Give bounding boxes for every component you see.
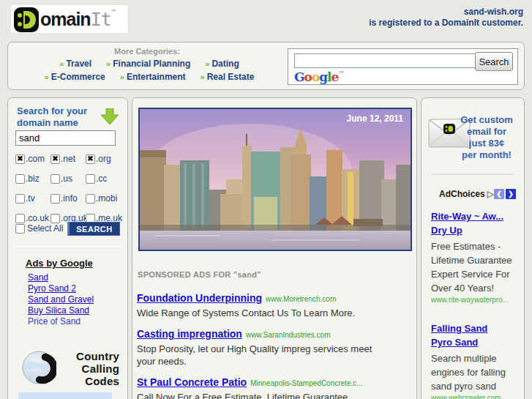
select-all-label: Select All: [27, 223, 63, 234]
tld-label: .cc: [96, 174, 107, 184]
green-bullet-icon: »: [205, 59, 209, 68]
green-bullet-icon: »: [59, 59, 64, 68]
next-ad-arrow-button[interactable]: ❯: [506, 189, 516, 199]
checkbox[interactable]: [86, 154, 95, 164]
category-label: Financial Planning: [113, 59, 190, 69]
checkbox[interactable]: [15, 154, 25, 164]
tld-label: .biz: [26, 174, 40, 184]
ad-description: Wide Range of Systems Contact Us To Lear…: [137, 307, 386, 319]
sidebar-divider: [432, 174, 514, 175]
green-bullet-icon: »: [120, 72, 124, 81]
categories-row-2: »E-Commerce »Entertainment »Real Estate: [8, 72, 291, 82]
checkbox[interactable]: [50, 154, 60, 164]
checkbox[interactable]: [86, 194, 95, 204]
ad-description: Search multiple engines for falling sand…: [431, 351, 520, 393]
registration-notice: sand-wish.org is registered to a DomainI…: [289, 7, 523, 29]
web-search-input[interactable]: [294, 53, 479, 68]
domain-name-input[interactable]: [15, 130, 116, 146]
tld-label: .co.uk: [26, 213, 49, 223]
ad-url: Minneapolis-StampedConcrete.c...: [250, 379, 362, 387]
main-content: June 12, 2011 SPONSORED ADS FOR "sand" F…: [132, 97, 417, 399]
checkbox[interactable]: [15, 214, 25, 223]
domain-search-sidebar: Search for your domain name .com .net .o…: [7, 97, 128, 399]
ad-title-link[interactable]: Pyro Sand: [431, 335, 522, 349]
google-ad-link-price-of-sand[interactable]: Price of Sand: [28, 316, 94, 327]
tld-checkbox-couk[interactable]: .co.uk: [15, 213, 50, 223]
sponsored-ad: Casting impregnationwww.SaranIndustries.…: [137, 327, 408, 368]
green-bullet-icon: »: [106, 59, 110, 68]
google-ad-link-buy-silica-sand[interactable]: Buy Silica Sand: [28, 305, 94, 316]
checkbox[interactable]: [50, 174, 60, 184]
domainit-logo-text: omainIt™: [40, 9, 116, 30]
checkbox[interactable]: [50, 194, 60, 204]
google-ad-link-sand-and-gravel[interactable]: Sand and Gravel: [28, 294, 94, 305]
logo-trademark: ™: [111, 9, 116, 14]
google-ad-link-pyro-sand-2[interactable]: Pyro Sand 2: [28, 283, 94, 294]
category-link-entertainment[interactable]: »Entertainment: [120, 72, 186, 82]
sponsored-ad: Foundation Underpinningwww.Moretrench.co…: [137, 291, 408, 319]
category-link-travel[interactable]: »Travel: [59, 59, 91, 69]
skyline-illustration: [140, 109, 411, 250]
adchoices-link[interactable]: AdChoices: [439, 189, 485, 199]
categories-bar: More Categories: »Travel »Financial Plan…: [7, 42, 525, 90]
google-logo: Google™: [294, 70, 343, 84]
ad-title-link[interactable]: Casting impregnation: [137, 328, 242, 340]
category-link-ecommerce[interactable]: »E-Commerce: [45, 72, 105, 82]
category-link-financial-planning[interactable]: »Financial Planning: [106, 59, 190, 69]
tld-label: .com: [26, 154, 45, 164]
ads-by-google-links: Sand Pyro Sand 2 Sand and Gravel Buy Sil…: [28, 272, 94, 327]
checkbox[interactable]: [15, 224, 25, 234]
tld-checkbox-tv[interactable]: .tv: [15, 193, 50, 204]
tld-label: .mobi: [96, 193, 117, 204]
category-link-real-estate[interactable]: »Real Estate: [201, 72, 255, 82]
ad-title-link[interactable]: Falling Sand: [431, 321, 522, 335]
domainit-logo: omainIt™: [10, 4, 129, 34]
cutoff-link-strip[interactable]: [18, 392, 112, 399]
tld-label: .tv: [26, 193, 35, 204]
ad-title-link[interactable]: Dry Up: [431, 223, 522, 237]
tld-checkbox-mobi[interactable]: .mobi: [86, 193, 124, 204]
domainit-logo-icon: [14, 7, 39, 32]
ad-title-link[interactable]: Rite-Way ~ Aw...: [431, 209, 522, 223]
google-ad-link-sand[interactable]: Sand: [28, 272, 94, 283]
tld-label: .us: [61, 174, 72, 184]
prev-ad-arrow-button[interactable]: ❮: [494, 189, 504, 199]
domain-search-button[interactable]: SEARCH: [67, 222, 120, 236]
tld-checkbox-biz[interactable]: .biz: [15, 174, 50, 184]
ad-title-link[interactable]: Foundation Underpinning: [137, 292, 262, 304]
checkbox[interactable]: [50, 214, 60, 223]
sponsored-ads-heading: SPONSORED ADS FOR "sand": [138, 270, 261, 279]
web-search-button[interactable]: Search: [475, 52, 513, 71]
category-label: Travel: [66, 59, 91, 69]
custom-email-promo[interactable]: Get custom email for just 83¢ per month!: [454, 114, 520, 161]
checkbox[interactable]: [86, 174, 95, 184]
tld-checkbox-us[interactable]: .us: [50, 174, 86, 184]
select-all-checkbox[interactable]: Select All: [15, 223, 63, 234]
ad-url: www.rite-waywaterpro...: [431, 296, 522, 304]
checkbox[interactable]: [15, 194, 25, 204]
country-calling-codes-text: Country Calling Codes: [59, 350, 119, 387]
tld-checkbox-cc[interactable]: .cc: [86, 174, 124, 184]
photo-date: June 12, 2011: [347, 113, 403, 124]
tld-checkbox-grid: .com .net .org .biz .us .cc .tv .info .m…: [15, 154, 125, 223]
right-ad: Rite-Way ~ Aw... Dry Up Free Estimates -…: [431, 209, 522, 304]
ad-title-link[interactable]: St Paul Concrete Patio: [137, 376, 247, 388]
categories-row-1: »Travel »Financial Planning »Dating: [8, 59, 291, 69]
tld-checkbox-info[interactable]: .info: [50, 193, 86, 204]
green-bullet-icon: »: [201, 72, 205, 81]
checkbox[interactable]: [15, 174, 25, 184]
ad-description: Stop Porosity, let our High Quality impr…: [137, 343, 386, 368]
more-categories-title: More Categories:: [63, 47, 231, 56]
sponsored-ad: St Paul Concrete PatioMinneapolis-Stampe…: [137, 376, 408, 399]
tld-checkbox-net[interactable]: .net: [50, 154, 86, 164]
category-label: E-Commerce: [51, 72, 105, 82]
tld-checkbox-org[interactable]: .org: [86, 154, 124, 164]
adchoices-icon[interactable]: ▷: [487, 189, 494, 199]
tld-checkbox-com[interactable]: .com: [15, 154, 50, 164]
skyline-photo: June 12, 2011: [138, 108, 412, 251]
domain-search-title: Search for your domain name: [17, 105, 87, 129]
category-label: Entertainment: [127, 72, 186, 82]
category-link-dating[interactable]: »Dating: [205, 59, 239, 69]
adchoices-row: AdChoices ▷ ❮ ❯: [439, 189, 515, 199]
country-calling-codes-ad[interactable]: Country Calling Codes: [18, 348, 121, 389]
